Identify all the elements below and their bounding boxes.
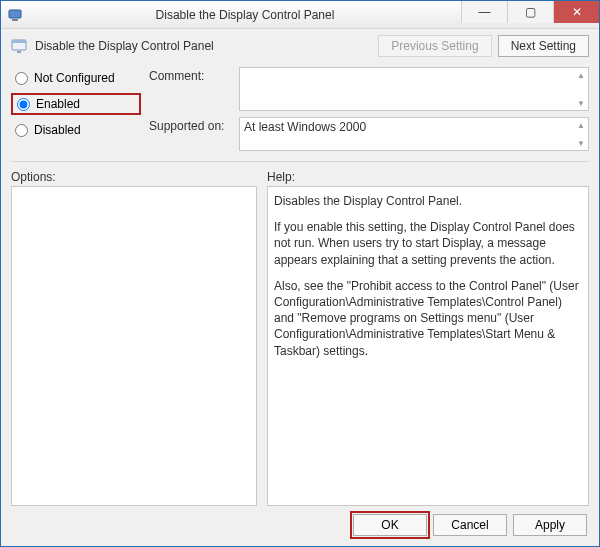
scroll-up-icon[interactable]: ▲ (575, 119, 587, 131)
help-paragraph-2: If you enable this setting, the Display … (274, 219, 582, 268)
comment-textarea[interactable]: ▲ ▼ (239, 67, 589, 111)
help-panel[interactable]: Disables the Display Control Panel. If y… (267, 186, 589, 506)
radio-not-configured[interactable]: Not Configured (11, 69, 141, 87)
scroll-down-icon[interactable]: ▼ (575, 97, 587, 109)
supported-textarea: At least Windows 2000 ▲ ▼ (239, 117, 589, 151)
maximize-icon: ▢ (525, 5, 536, 19)
supported-row: Supported on: At least Windows 2000 ▲ ▼ (149, 117, 589, 151)
previous-setting-button[interactable]: Previous Setting (378, 35, 491, 57)
app-icon (7, 7, 23, 23)
svg-rect-0 (9, 10, 21, 18)
fields-column: Comment: ▲ ▼ Supported on: At least Wind… (149, 67, 589, 151)
window-controls: — ▢ ✕ (461, 1, 599, 28)
header-row: Disable the Display Control Panel Previo… (11, 35, 589, 57)
policy-name: Disable the Display Control Panel (35, 39, 372, 53)
supported-label: Supported on: (149, 117, 233, 151)
radio-enabled[interactable]: Enabled (11, 93, 141, 115)
radio-enabled-input[interactable] (17, 98, 30, 111)
comment-row: Comment: ▲ ▼ (149, 67, 589, 111)
window-title: Disable the Display Control Panel (29, 8, 461, 22)
svg-rect-1 (12, 19, 18, 21)
minimize-button[interactable]: — (461, 1, 507, 23)
radio-column: Not Configured Enabled Disabled (11, 67, 141, 151)
policy-dialog-window: Disable the Display Control Panel — ▢ ✕ … (0, 0, 600, 547)
lower-row: Options: Help: Disables the Display Cont… (11, 170, 589, 506)
help-paragraph-3: Also, see the "Prohibit access to the Co… (274, 278, 582, 359)
radio-not-configured-label: Not Configured (34, 71, 115, 85)
radio-disabled-input[interactable] (15, 124, 28, 137)
minimize-icon: — (479, 5, 491, 19)
comment-scroll: ▲ ▼ (574, 68, 588, 110)
scroll-up-icon[interactable]: ▲ (575, 69, 587, 81)
close-icon: ✕ (572, 5, 582, 19)
options-label: Options: (11, 170, 257, 184)
config-row: Not Configured Enabled Disabled Comment: (11, 67, 589, 151)
ok-button[interactable]: OK (353, 514, 427, 536)
cancel-button[interactable]: Cancel (433, 514, 507, 536)
comment-label: Comment: (149, 67, 233, 111)
help-paragraph-1: Disables the Display Control Panel. (274, 193, 582, 209)
radio-not-configured-input[interactable] (15, 72, 28, 85)
dialog-footer: OK Cancel Apply (11, 512, 589, 536)
policy-icon (11, 37, 29, 55)
apply-button[interactable]: Apply (513, 514, 587, 536)
close-button[interactable]: ✕ (553, 1, 599, 23)
radio-disabled[interactable]: Disabled (11, 121, 141, 139)
options-panel[interactable] (11, 186, 257, 506)
maximize-button[interactable]: ▢ (507, 1, 553, 23)
help-label: Help: (267, 170, 589, 184)
supported-value: At least Windows 2000 (244, 120, 366, 134)
supported-scroll: ▲ ▼ (574, 118, 588, 150)
radio-enabled-label: Enabled (36, 97, 80, 111)
radio-disabled-label: Disabled (34, 123, 81, 137)
titlebar[interactable]: Disable the Display Control Panel — ▢ ✕ (1, 1, 599, 29)
dialog-body: Disable the Display Control Panel Previo… (1, 29, 599, 546)
separator (11, 161, 589, 162)
svg-rect-4 (17, 51, 21, 53)
svg-rect-3 (12, 40, 26, 43)
help-column: Help: Disables the Display Control Panel… (267, 170, 589, 506)
next-setting-button[interactable]: Next Setting (498, 35, 589, 57)
options-column: Options: (11, 170, 257, 506)
scroll-down-icon[interactable]: ▼ (575, 137, 587, 149)
